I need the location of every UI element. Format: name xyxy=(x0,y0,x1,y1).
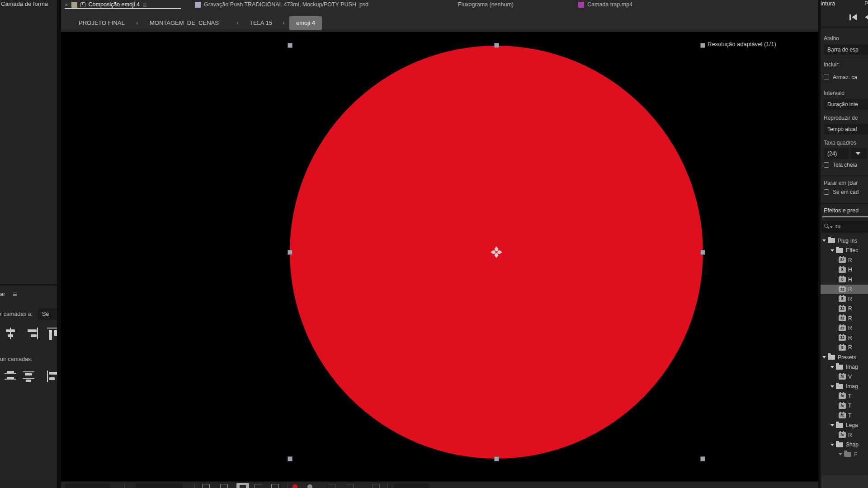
tree-folder-row[interactable]: Lega xyxy=(821,421,868,430)
checkbox-icon[interactable] xyxy=(824,75,829,80)
panel-menu-icon[interactable]: ≡ xyxy=(143,1,147,9)
tree-effect-row[interactable]: 32R xyxy=(821,304,868,314)
tab-partial[interactable]: P xyxy=(864,0,868,7)
anchor-point-icon[interactable] xyxy=(489,244,504,262)
shortcut-dropdown[interactable]: Barra de esp xyxy=(824,44,868,55)
viewer-tab-4[interactable]: Camada trap.mp4 xyxy=(578,0,632,9)
tree-row-label: V xyxy=(848,374,852,380)
tree-row-label: T xyxy=(848,393,851,399)
cache-checkbox-row[interactable]: Armaz. ca xyxy=(824,74,857,80)
effects-search-box[interactable]: ru xyxy=(821,221,868,233)
chevron-down-icon[interactable] xyxy=(822,356,826,358)
effects-presets-tab[interactable]: Efeitos e pred xyxy=(824,207,859,214)
viewer-tab-2[interactable]: Gravação Push TRADICIONAL 473mL Mockup/P… xyxy=(195,0,368,9)
align-right-button[interactable] xyxy=(25,328,39,339)
effect-depth-badge-icon: fx xyxy=(839,374,846,380)
tree-effect-row[interactable]: 32R xyxy=(821,255,868,265)
selection-handle-bottom-right[interactable] xyxy=(700,456,705,461)
tree-effect-row[interactable]: 32R xyxy=(821,333,868,343)
range-dropdown[interactable]: Duração inte xyxy=(824,99,868,110)
selection-handle-bottom-left[interactable] xyxy=(288,456,292,461)
tree-row-label: Imag xyxy=(846,383,858,389)
grid-guides-dropdown[interactable] xyxy=(136,483,183,488)
viewer-bottom-toolbar xyxy=(61,481,818,488)
first-frame-icon[interactable] xyxy=(852,14,857,20)
tree-folder-row[interactable]: Imag xyxy=(821,382,868,391)
pixel-aspect-toggle[interactable] xyxy=(346,484,354,488)
camera-view-toggle[interactable] xyxy=(255,484,262,488)
distribute-vertical-center-button[interactable] xyxy=(4,371,17,382)
tree-effect-row[interactable]: fxT xyxy=(821,391,868,401)
align-top-button[interactable] xyxy=(47,328,57,340)
tree-folder-row[interactable]: F xyxy=(821,450,868,459)
stop-checkbox-row[interactable]: Se em cad xyxy=(824,189,859,195)
fast-preview-toggle[interactable] xyxy=(372,484,380,488)
tree-effect-row[interactable]: 8R xyxy=(821,294,868,304)
selection-handle-top-left[interactable] xyxy=(288,43,292,48)
close-tab-icon[interactable]: × xyxy=(65,1,68,8)
tree-effect-row[interactable]: 8R xyxy=(821,343,868,352)
composition-stage[interactable]: Resolução adaptável (1/1) xyxy=(61,32,818,481)
search-input[interactable]: ru xyxy=(835,223,840,230)
viewer-tab-3[interactable]: Fluxograma (nenhum) xyxy=(458,0,514,9)
tree-effect-row[interactable]: 32R xyxy=(821,285,868,294)
breadcrumb-item[interactable]: PROJETO FINAL xyxy=(79,19,125,26)
channel-red-toggle[interactable] xyxy=(292,484,297,488)
view-layout-toggle[interactable] xyxy=(271,484,279,488)
checkbox-icon[interactable] xyxy=(824,189,829,195)
chevron-down-icon[interactable] xyxy=(830,385,834,388)
tree-folder-row[interactable]: Plug-ins xyxy=(821,236,868,245)
play-from-dropdown[interactable]: Tempo atual xyxy=(824,124,868,135)
selection-handle-top-right[interactable] xyxy=(700,43,705,48)
fullscreen-checkbox-row[interactable]: Tela cheia xyxy=(824,162,857,168)
tree-folder-row[interactable]: Effec xyxy=(821,246,868,255)
tree-effect-row[interactable]: 32R xyxy=(821,314,868,323)
align-to-dropdown[interactable]: Se xyxy=(38,308,57,320)
tree-folder-row[interactable]: Presets xyxy=(821,352,868,362)
selection-handle-mid-left[interactable] xyxy=(288,250,292,255)
tree-effect-row[interactable]: 32R xyxy=(821,324,868,333)
tree-effect-row[interactable]: fxR xyxy=(821,430,868,440)
timecode-field[interactable] xyxy=(394,483,429,488)
tab-paint-partial[interactable]: intura xyxy=(821,0,835,7)
magnification-dropdown[interactable] xyxy=(65,483,110,488)
selection-handle-mid-right[interactable] xyxy=(700,250,705,255)
chevron-down-icon[interactable] xyxy=(830,249,834,252)
distribute-left-button[interactable] xyxy=(47,371,57,382)
first-frame-icon[interactable] xyxy=(849,14,851,20)
selection-handle-top-center[interactable] xyxy=(494,43,499,48)
checkbox-icon[interactable] xyxy=(824,162,829,168)
tree-row-label: T xyxy=(848,413,851,419)
next-panel-header[interactable] xyxy=(821,475,868,488)
panel-divider[interactable] xyxy=(57,0,61,488)
search-options-chevron-icon[interactable] xyxy=(830,226,833,228)
tree-effect-row[interactable]: fxT xyxy=(821,401,868,411)
breadcrumb-item[interactable]: MONTAGEM_DE_CENAS xyxy=(150,19,219,26)
framerate-chevron-button[interactable] xyxy=(850,148,867,159)
breadcrumb-item[interactable]: TELA 15 xyxy=(250,19,272,26)
tree-folder-row[interactable]: Shap xyxy=(821,440,868,450)
tree-effect-row[interactable]: fxT xyxy=(821,411,868,420)
distribute-vertical-button[interactable] xyxy=(22,371,35,382)
chevron-down-icon[interactable] xyxy=(830,444,834,446)
exposure-toggle[interactable] xyxy=(328,484,335,488)
tree-effect-row[interactable]: fxV xyxy=(821,372,868,381)
chevron-down-icon[interactable] xyxy=(830,424,834,427)
previous-frame-icon[interactable] xyxy=(865,14,868,20)
panel-menu-icon[interactable]: ≡ xyxy=(13,292,20,297)
tree-effect-row[interactable]: 8H xyxy=(821,265,868,275)
selection-handle-bottom-center[interactable] xyxy=(494,456,499,461)
chevron-down-icon[interactable] xyxy=(822,239,826,242)
breadcrumb-current-comp[interactable]: emoji 4 xyxy=(289,16,322,30)
channel-alpha-toggle[interactable] xyxy=(307,484,312,488)
transparency-grid-toggle[interactable] xyxy=(236,483,249,488)
mask-visibility-toggle[interactable] xyxy=(202,484,210,488)
chevron-down-icon[interactable] xyxy=(839,453,842,455)
viewer-tab-1[interactable]: ×Composição emoji 4≡ xyxy=(65,0,147,9)
tree-effect-row[interactable]: 8H xyxy=(821,275,868,284)
chevron-down-icon[interactable] xyxy=(830,366,834,368)
region-of-interest-toggle[interactable] xyxy=(220,484,228,488)
tree-folder-row[interactable]: Imag xyxy=(821,362,868,372)
framerate-dropdown[interactable]: (24) xyxy=(824,148,849,159)
align-horizontal-center-button[interactable] xyxy=(4,328,17,339)
